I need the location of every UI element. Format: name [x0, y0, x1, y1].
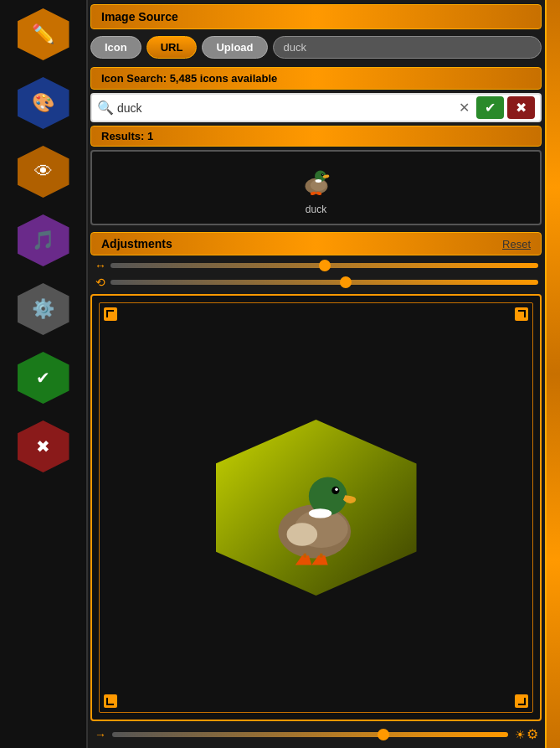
results-area: duck	[90, 150, 542, 225]
palette-icon: 🎨	[32, 92, 54, 114]
results-count: Results: 1	[101, 130, 153, 142]
svg-point-5	[321, 173, 323, 176]
sidebar-btn-music[interactable]: 🎵	[18, 214, 69, 266]
music-icon: 🎵	[32, 230, 54, 251]
size-slider-row: ↔	[90, 259, 542, 272]
rotate-icon: ⟲	[94, 276, 107, 289]
svg-point-6	[322, 174, 323, 175]
reset-button[interactable]: Reset	[502, 238, 531, 250]
tab-upload[interactable]: Upload	[202, 36, 267, 59]
rotate-slider-row: ⟲	[90, 276, 542, 289]
right-border-decoration	[545, 0, 560, 748]
svg-point-11	[286, 523, 317, 545]
confirm-icon: ✔	[36, 368, 50, 388]
source-tabs: Icon URL Upload duck	[90, 33, 542, 62]
icon-result-label: duck	[306, 204, 326, 215]
sidebar-btn-settings[interactable]: ⚙️	[18, 283, 69, 335]
icon-result-duck[interactable]: duck	[296, 160, 337, 215]
tab-url[interactable]: URL	[146, 36, 198, 59]
size-slider[interactable]	[110, 263, 538, 268]
source-value-display: duck	[273, 36, 542, 59]
preview-container	[90, 294, 542, 721]
image-source-header: Image Source	[90, 4, 542, 29]
adjustments-header: Adjustments Reset	[90, 232, 542, 255]
corner-handle-tr[interactable]	[515, 307, 528, 321]
main-content: Image Source Icon URL Upload duck Icon S…	[90, 4, 542, 744]
search-icon: 🔍	[97, 100, 114, 116]
corner-handle-tl[interactable]	[104, 307, 117, 321]
results-header: Results: 1	[90, 126, 542, 147]
sidebar-btn-pencil[interactable]: ✏️	[18, 8, 69, 60]
pencil-icon: ✏️	[32, 23, 54, 45]
corner-handle-bl[interactable]	[104, 694, 117, 708]
icon-search-title: Icon Search: 5,485 icons available	[101, 72, 277, 85]
svg-point-3	[315, 179, 321, 183]
image-source-title: Image Source	[101, 10, 178, 23]
search-input[interactable]	[117, 101, 452, 115]
search-bar: 🔍 ✕ ✔ ✖	[90, 93, 542, 122]
brightness-icon: ☀	[513, 728, 527, 741]
svg-point-15	[335, 488, 337, 491]
sidebar-btn-palette[interactable]: 🎨	[18, 77, 69, 129]
duck-small-icon	[296, 160, 337, 200]
search-clear-button[interactable]: ✕	[455, 100, 473, 116]
icon-search-header: Icon Search: 5,485 icons available	[90, 67, 542, 90]
sidebar-btn-eye[interactable]: 👁	[18, 146, 69, 198]
cancel-icon: ✖	[36, 436, 50, 457]
tab-icon[interactable]: Icon	[90, 36, 141, 59]
eye-icon: 👁	[34, 161, 53, 183]
adjustments-title: Adjustments	[101, 237, 172, 250]
sidebar-btn-confirm[interactable]: ✔	[18, 352, 69, 404]
rotate-slider[interactable]	[110, 280, 538, 285]
settings-icon: ⚙️	[32, 298, 54, 320]
hex-preview-shape	[216, 420, 417, 596]
bottom-slider[interactable]	[112, 732, 508, 737]
sidebar-btn-cancel[interactable]: ✖	[18, 420, 69, 472]
left-sidebar: ✏️ 🎨 👁 🎵 ⚙️ ✔ ✖	[0, 0, 88, 748]
gear-icon[interactable]: ⚙	[527, 726, 538, 742]
bottom-controls: → ☀ ⚙	[90, 725, 542, 744]
svg-point-13	[308, 508, 331, 518]
search-cancel-button[interactable]: ✖	[507, 96, 535, 119]
duck-preview-icon	[258, 441, 375, 575]
search-confirm-button[interactable]: ✔	[476, 96, 504, 119]
corner-handle-br[interactable]	[515, 694, 528, 708]
bottom-arrow-icon: →	[94, 728, 107, 741]
size-icon: ↔	[94, 259, 107, 272]
